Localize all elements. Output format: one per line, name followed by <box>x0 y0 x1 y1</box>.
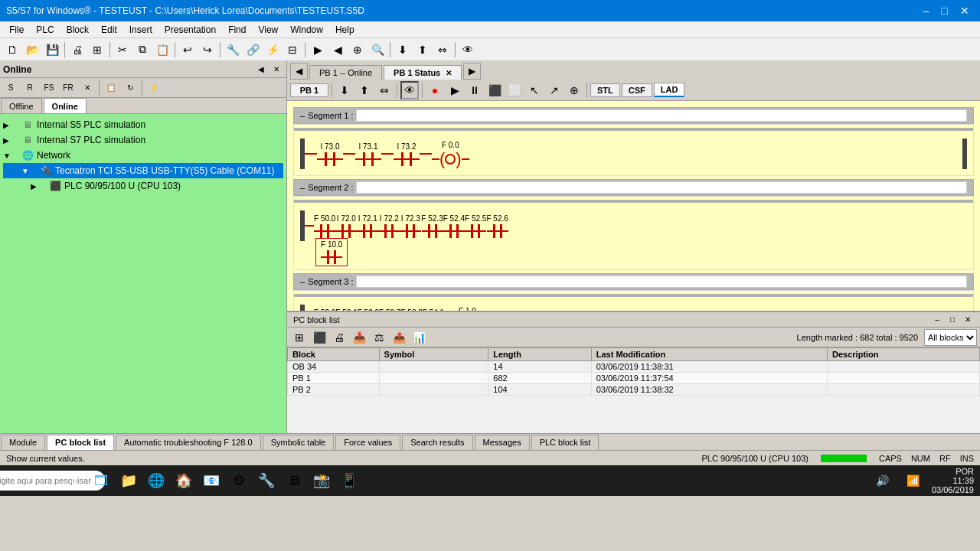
seg1-collapse[interactable]: – <box>300 111 305 120</box>
search-taskbar[interactable] <box>34 468 58 493</box>
systray-icon1[interactable]: 🔊 <box>871 468 895 493</box>
taskbar-app8[interactable]: 🖥 <box>282 468 306 493</box>
taskbar-app3[interactable]: 🌐 <box>144 468 168 493</box>
toolbar-btn15[interactable]: 🔍 <box>368 41 387 59</box>
toolbar-btn10[interactable]: ⚡ <box>263 41 282 59</box>
csf-btn[interactable]: CSF <box>622 83 652 97</box>
ol-btn2[interactable]: R <box>21 79 39 97</box>
panel-expand-btn[interactable]: ◀ <box>254 63 268 77</box>
tab-prev[interactable]: ◀ <box>290 63 308 80</box>
et-btn16[interactable]: ⊕ <box>565 81 583 99</box>
seg1-comment[interactable] <box>356 109 967 122</box>
taskbar-app7[interactable]: 🔧 <box>254 468 279 493</box>
seg2-collapse[interactable]: – <box>300 183 305 192</box>
taskbar-app2[interactable]: 📁 <box>116 468 141 493</box>
bottom-tab-module[interactable]: Module <box>1 435 45 450</box>
expand-s5[interactable]: ▶ <box>3 121 12 129</box>
print-button[interactable]: 🖨 <box>68 41 87 59</box>
et-run-btn[interactable]: ● <box>426 81 444 99</box>
menu-help[interactable]: Help <box>329 23 361 37</box>
maximize-button[interactable]: □ <box>937 3 952 18</box>
tab-pb1-status[interactable]: PB 1 Status ✕ <box>384 65 462 80</box>
table-row[interactable]: PB 168203/06/2019 11:37:54 <box>288 373 980 384</box>
ol-btn4[interactable]: FR <box>59 79 77 97</box>
expand-network[interactable]: ▼ <box>3 152 12 160</box>
lad-canvas[interactable]: – Segment 1 : I 73.0 <box>287 101 980 311</box>
toolbar-compare[interactable]: ⇔ <box>433 41 452 59</box>
bl-tb6[interactable]: 📤 <box>390 328 408 347</box>
menu-find[interactable]: Find <box>222 23 252 37</box>
new-button[interactable]: 🗋 <box>3 41 21 59</box>
menu-presentation[interactable]: Presentation <box>158 23 222 37</box>
bl-tb4[interactable]: 📥 <box>350 328 368 347</box>
toolbar-btn8[interactable]: 🔧 <box>224 41 242 59</box>
bl-min-btn[interactable]: – <box>931 314 943 326</box>
ol-btn3[interactable]: FS <box>40 79 58 97</box>
et-compare-btn[interactable]: ⇔ <box>375 81 394 99</box>
menu-file[interactable]: File <box>3 23 30 37</box>
et-pause-btn[interactable]: ⏸ <box>466 81 484 99</box>
taskbar-app4[interactable]: 🏠 <box>172 468 196 493</box>
toolbar-btn3[interactable]: ✂ <box>113 41 132 59</box>
menu-block[interactable]: Block <box>60 23 95 37</box>
open-button[interactable]: 📂 <box>23 41 41 59</box>
tree-item-cable[interactable]: ▼ 🔌 Tecnatron TCI S5-USB USB-TTY(S5) Cab… <box>3 163 283 178</box>
expand-s7[interactable]: ▶ <box>3 136 12 145</box>
et-download-btn[interactable]: ⬇ <box>335 81 354 99</box>
et-monitor-btn[interactable]: 👁 <box>400 81 419 99</box>
block-list-table[interactable]: Block Symbol Length Last Modification De… <box>287 347 980 433</box>
bl-tb1[interactable]: ⊞ <box>290 328 309 347</box>
tab-close-btn[interactable]: ✕ <box>446 69 452 77</box>
taskbar-app1[interactable]: 🗔 <box>89 468 113 493</box>
menu-plc[interactable]: PLC <box>30 23 60 37</box>
et-step2-btn[interactable]: ⬜ <box>505 81 524 99</box>
tree-item-network[interactable]: ▼ 🌐 Network <box>3 148 283 163</box>
bl-filter-select[interactable]: All blocks <box>924 329 977 346</box>
toolbar-btn5[interactable]: 📋 <box>153 41 172 59</box>
et-play-btn[interactable]: ▶ <box>446 81 464 99</box>
block-label-btn[interactable]: PB 1 <box>290 83 328 97</box>
table-row[interactable]: OB 341403/06/2019 11:38:31 <box>288 361 980 373</box>
toolbar-btn6[interactable]: ↩ <box>178 41 197 59</box>
toolbar-btn7[interactable]: ↪ <box>198 41 217 59</box>
table-row[interactable]: PB 210403/06/2019 11:38:32 <box>288 384 980 396</box>
toolbar-upload[interactable]: ⬆ <box>413 41 432 59</box>
toolbar-btn12[interactable]: ▶ <box>309 41 327 59</box>
toolbar-btn4[interactable]: ⧉ <box>133 41 152 59</box>
menu-window[interactable]: Window <box>284 23 329 37</box>
seg3-collapse[interactable]: – <box>300 277 305 286</box>
tab-pb1-online[interactable]: PB 1 -- Online <box>309 65 382 80</box>
bottom-tab-search[interactable]: Search results <box>402 435 472 450</box>
toolbar-btn11[interactable]: ⊟ <box>283 41 302 59</box>
expand-plc[interactable]: ▶ <box>31 182 40 191</box>
ol-btn5[interactable]: ✕ <box>78 79 96 97</box>
bottom-tab-pcblocklist[interactable]: PC block list <box>47 435 114 450</box>
bl-tb5[interactable]: ⚖ <box>370 328 388 347</box>
bottom-tab-plcblocklist[interactable]: PLC block list <box>531 435 599 450</box>
bl-close-btn[interactable]: ✕ <box>962 314 974 326</box>
taskbar-app10[interactable]: 📱 <box>337 468 361 493</box>
et-btn14[interactable]: ↖ <box>525 81 544 99</box>
menu-edit[interactable]: Edit <box>95 23 123 37</box>
tab-next[interactable]: ▶ <box>463 63 481 80</box>
tab-offline[interactable]: Offline <box>1 98 42 113</box>
stl-btn[interactable]: STL <box>590 83 620 97</box>
save-button[interactable]: 💾 <box>43 41 61 59</box>
bottom-tab-messages[interactable]: Messages <box>475 435 530 450</box>
tree-item-s5[interactable]: ▶ 🖥 Internal S5 PLC simulation <box>3 117 283 132</box>
toolbar-btn13[interactable]: ◀ <box>328 41 347 59</box>
lad-btn[interactable]: LAD <box>654 83 685 97</box>
seg3-comment[interactable] <box>356 276 967 288</box>
taskview-btn[interactable]: ⧉ <box>61 468 86 493</box>
bottom-tab-autotrouble[interactable]: Automatic troubleshooting F 128.0 <box>116 435 261 450</box>
bl-tb7[interactable]: 📊 <box>410 328 428 347</box>
toolbar-monitor[interactable]: 👁 <box>459 41 477 59</box>
bl-tb3[interactable]: 🖨 <box>330 328 348 347</box>
ol-btn7[interactable]: ↻ <box>121 79 139 97</box>
tree-item-s7[interactable]: ▶ 🖥 Internal S7 PLC simulation <box>3 132 283 148</box>
ol-btn1[interactable]: S <box>2 79 20 97</box>
tab-online[interactable]: Online <box>44 98 87 113</box>
ol-btn6[interactable]: 📋 <box>102 79 120 97</box>
ol-btn8[interactable]: ⚡ <box>145 79 163 97</box>
bl-max-btn[interactable]: □ <box>946 314 959 326</box>
